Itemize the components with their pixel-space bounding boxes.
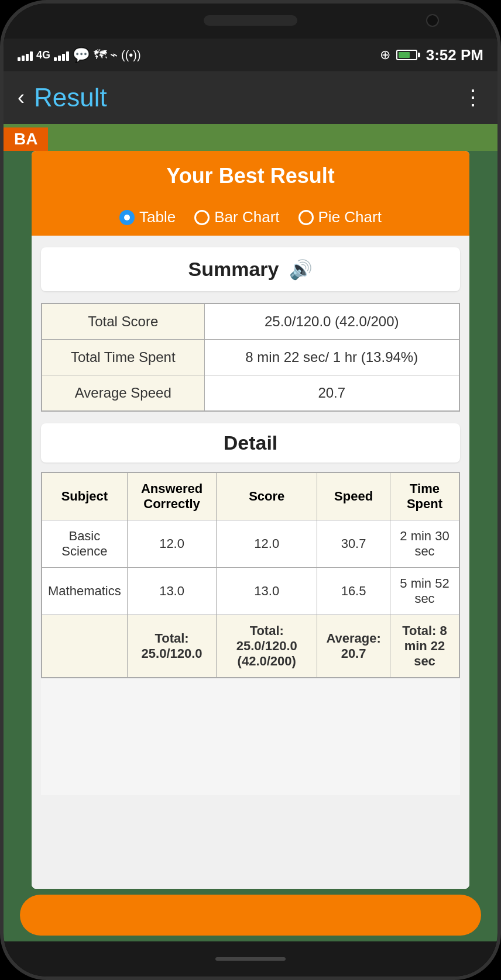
radio-table[interactable]: [119, 210, 135, 225]
modal-content-area: Summary 🔊 Total Score 25.0/120.0 (42.0/2…: [32, 236, 469, 889]
col-header-time-spent: Time Spent: [390, 472, 460, 520]
speaker-grille: [204, 15, 297, 26]
gps-icon: ⊕: [380, 47, 390, 63]
speed-basic-science: 30.7: [317, 520, 390, 568]
detail-totals-row: Total: 25.0/120.0 Total: 25.0/120.0 (42.…: [42, 615, 459, 678]
tab-table[interactable]: Table: [119, 208, 176, 226]
app-layout: ‹ Result ⋮ BA Your Best Result: [4, 71, 497, 941]
answered-mathematics: 13.0: [127, 568, 217, 615]
detail-table: Subject Answered Correctly Score Speed T…: [41, 472, 460, 678]
score-basic-science: 12.0: [217, 520, 317, 568]
subject-mathematics: Mathematics: [42, 568, 127, 615]
summary-header: Summary 🔊: [41, 247, 460, 291]
tab-bar-chart-label: Bar Chart: [214, 208, 279, 226]
battery-indicator: [396, 50, 420, 60]
best-result-title: Your Best Result: [41, 164, 460, 188]
app-label-badge: BA: [4, 127, 48, 151]
speed-mathematics: 16.5: [317, 568, 390, 615]
detail-header: Detail: [41, 423, 460, 463]
result-modal: Your Best Result Table Bar Chart: [32, 151, 469, 889]
table-row: Total Score 25.0/120.0 (42.0/200): [42, 303, 459, 340]
best-result-banner: Your Best Result: [32, 151, 469, 201]
header-menu-button[interactable]: ⋮: [462, 85, 483, 110]
summary-value-time-spent: 8 min 22 sec/ 1 hr (13.94%): [204, 340, 459, 375]
status-right: ⊕ 3:52 PM: [380, 46, 483, 64]
status-left: 4G 💬 🗺 ⌁ ((•)): [18, 47, 141, 63]
summary-title: Summary: [188, 258, 279, 281]
tab-pie-chart-label: Pie Chart: [318, 208, 382, 226]
col-header-speed: Speed: [317, 472, 390, 520]
table-row: Average Speed 20.7: [42, 375, 459, 412]
radio-pie-chart[interactable]: [298, 210, 314, 225]
front-camera: [426, 14, 439, 27]
col-header-subject: Subject: [42, 472, 127, 520]
time-basic-science: 2 min 30 sec: [390, 520, 460, 568]
phone-bottom: [4, 941, 497, 976]
summary-value-avg-speed: 20.7: [204, 375, 459, 412]
map-icon: 🗺: [94, 47, 107, 63]
table-row: Mathematics 13.0 13.0 16.5 5 min 52 sec: [42, 568, 459, 615]
network-type: 4G: [36, 49, 50, 61]
back-button[interactable]: ‹: [18, 85, 25, 110]
app-header: ‹ Result ⋮: [4, 71, 497, 124]
summary-table: Total Score 25.0/120.0 (42.0/200) Total …: [41, 303, 460, 412]
tab-bar-chart[interactable]: Bar Chart: [194, 208, 279, 226]
total-speed: Average: 20.7: [317, 615, 390, 678]
usb-icon: ⌁: [110, 47, 118, 63]
modal-wrapper: Your Best Result Table Bar Chart: [15, 151, 486, 889]
home-bar: [215, 957, 286, 961]
radio-bar-chart[interactable]: [194, 210, 210, 225]
total-label-empty: [42, 615, 127, 678]
tab-pie-chart[interactable]: Pie Chart: [298, 208, 382, 226]
table-row: Basic Science 12.0 12.0 30.7 2 min 30 se…: [42, 520, 459, 568]
summary-label-total-score: Total Score: [42, 303, 204, 340]
subject-basic-science: Basic Science: [42, 520, 127, 568]
summary-label-time-spent: Total Time Spent: [42, 340, 204, 375]
col-header-score: Score: [217, 472, 317, 520]
page-title: Result: [34, 83, 462, 112]
bottom-spacer: [41, 678, 460, 795]
phone-top-bar: [4, 4, 497, 39]
status-bar: 4G 💬 🗺 ⌁ ((•)) ⊕ 3:52: [4, 39, 497, 71]
bottom-action-bar[interactable]: [20, 895, 481, 936]
col-header-answered: Answered Correctly: [127, 472, 217, 520]
total-answered: Total: 25.0/120.0: [127, 615, 217, 678]
table-row: Total Time Spent 8 min 22 sec/ 1 hr (13.…: [42, 340, 459, 375]
total-score: Total: 25.0/120.0 (42.0/200): [217, 615, 317, 678]
score-mathematics: 13.0: [217, 568, 317, 615]
answered-basic-science: 12.0: [127, 520, 217, 568]
time-mathematics: 5 min 52 sec: [390, 568, 460, 615]
whatsapp-icon: 💬: [73, 47, 90, 63]
signal-bars-2: [54, 49, 69, 61]
signal-bars-1: [18, 49, 33, 61]
view-tabs: Table Bar Chart Pie Chart: [32, 201, 469, 236]
total-time: Total: 8 min 22 sec: [390, 615, 460, 678]
detail-title: Detail: [224, 432, 278, 454]
cast-icon: ((•)): [121, 49, 141, 62]
main-background: ‹ Result ⋮ BA Your Best Result: [4, 71, 497, 941]
summary-label-avg-speed: Average Speed: [42, 375, 204, 412]
sound-icon[interactable]: 🔊: [289, 258, 313, 281]
phone-device: 4G 💬 🗺 ⌁ ((•)) ⊕ 3:52: [0, 0, 501, 980]
tab-table-label: Table: [139, 208, 176, 226]
detail-table-header-row: Subject Answered Correctly Score Speed T…: [42, 472, 459, 520]
summary-value-total-score: 25.0/120.0 (42.0/200): [204, 303, 459, 340]
status-time: 3:52 PM: [426, 46, 483, 64]
